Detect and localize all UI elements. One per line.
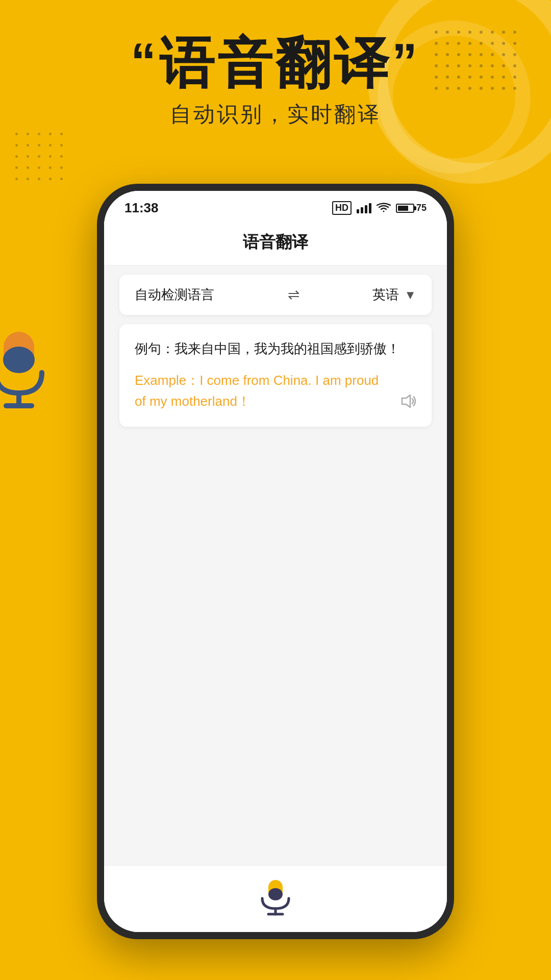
header-area: “语音翻译” 自动识别，实时翻译 (0, 36, 551, 129)
translation-box: 例句：我来自中国，我为我的祖国感到骄傲！ Example：I come from… (119, 324, 432, 427)
source-text: 例句：我来自中国，我为我的祖国感到骄傲！ (135, 338, 416, 360)
status-bar: 11:38 HD (104, 191, 447, 221)
status-icons: HD 75 (332, 201, 427, 215)
mic-record-button[interactable] (255, 876, 296, 917)
app-content: 语音翻译 自动检测语言 ⇌ 英语 ▼ 例句：我来自中国，我为我的祖国感到骄傲！ … (104, 221, 447, 932)
quote-left: “ (131, 33, 159, 90)
language-selector[interactable]: 自动检测语言 ⇌ 英语 ▼ (119, 275, 432, 315)
translated-line1: Example：I come from China. I am proud (135, 373, 379, 388)
subtitle: 自动识别，实时翻译 (31, 100, 520, 129)
battery-level: 75 (416, 203, 427, 213)
svg-rect-6 (268, 888, 283, 900)
quote-right: ” (392, 33, 420, 90)
swap-language-icon[interactable]: ⇌ (288, 286, 299, 303)
phone-screen: 11:38 HD (104, 191, 447, 932)
bottom-bar (104, 865, 447, 932)
app-header: 语音翻译 (104, 221, 447, 265)
source-language[interactable]: 自动检测语言 (135, 286, 214, 304)
app-title: 语音翻译 (243, 233, 308, 251)
translated-line2: of my motherland！ (135, 394, 251, 409)
main-area (104, 427, 447, 865)
phone-mockup: 11:38 HD (97, 184, 454, 939)
translated-text: Example：I come from China. I am proud of… (135, 370, 386, 412)
main-title: “语音翻译” (31, 36, 520, 91)
battery-icon: 75 (396, 203, 427, 213)
phone-outer: 11:38 HD (97, 184, 454, 939)
svg-marker-4 (402, 395, 410, 407)
wifi-icon (377, 203, 391, 214)
speaker-icon[interactable] (399, 392, 417, 412)
chevron-down-icon[interactable]: ▼ (404, 288, 416, 302)
hd-label: HD (332, 201, 352, 215)
dot-pattern-left (15, 133, 67, 185)
target-language-wrapper[interactable]: 英语 ▼ (372, 286, 416, 304)
status-time: 11:38 (124, 200, 159, 216)
svg-rect-1 (4, 347, 34, 373)
target-language[interactable]: 英语 (372, 286, 399, 304)
mic-side-decoration (0, 327, 52, 408)
signal-icon (357, 203, 371, 213)
